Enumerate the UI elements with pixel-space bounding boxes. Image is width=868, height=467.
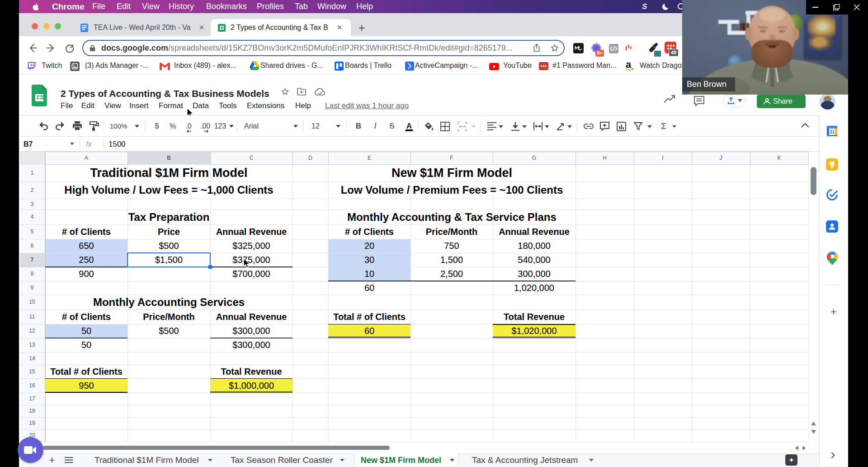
svg-text:31: 31: [830, 129, 835, 134]
